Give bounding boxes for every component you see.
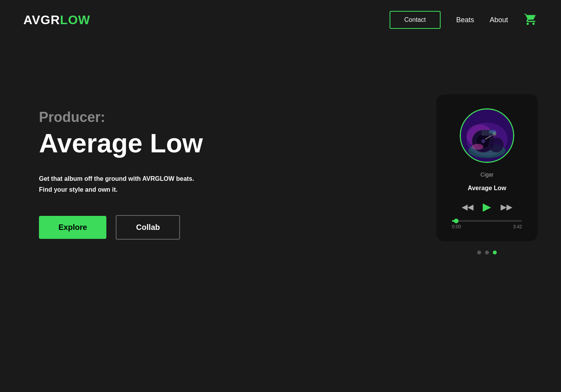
hero-buttons: Explore Collab (39, 215, 203, 240)
hero-label: Producer: (39, 109, 203, 125)
hero-title: Average Low (39, 129, 203, 158)
logo-low: LOW (60, 13, 90, 27)
beats-link[interactable]: Beats (456, 16, 474, 24)
album-art-circle (460, 108, 514, 163)
fastforward-icon: ▶▶ (501, 202, 512, 212)
svg-point-9 (489, 138, 504, 152)
cart-icon (524, 12, 538, 26)
hero-text: Producer: Average Low Get that album off… (39, 109, 203, 240)
about-link[interactable]: About (490, 16, 508, 24)
navbar: AVGRLOW Contact Beats About (0, 0, 561, 40)
dot-2[interactable] (485, 251, 489, 254)
time-current: 0:00 (452, 224, 461, 230)
song-title: Cigar (480, 171, 493, 178)
player-section: Cigar Average Low ◀◀ ▶ ▶▶ (436, 94, 538, 254)
time-total: 3:42 (513, 224, 522, 230)
dot-1[interactable] (477, 251, 481, 254)
dot-3[interactable] (493, 251, 497, 254)
progress-bar-wrap: 0:00 3:42 (452, 220, 522, 230)
progress-bar-fill (452, 220, 456, 222)
contact-button[interactable]: Contact (390, 11, 441, 29)
rewind-icon: ◀◀ (462, 202, 473, 212)
svg-point-14 (472, 144, 483, 150)
time-labels: 0:00 3:42 (452, 224, 522, 230)
progress-bar-track[interactable] (452, 220, 522, 222)
album-art (460, 108, 514, 163)
svg-point-6 (482, 139, 485, 143)
logo[interactable]: AVGRLOW (23, 13, 90, 27)
hero-description: Get that album off the ground with AVRGL… (39, 173, 203, 196)
cart-button[interactable] (524, 12, 538, 28)
hero-section: Producer: Average Low Get that album off… (0, 63, 561, 278)
play-button[interactable]: ▶ (483, 200, 491, 213)
explore-button[interactable]: Explore (39, 216, 106, 239)
svg-point-15 (489, 130, 496, 134)
hero-desc-line1: Get that album off the ground with AVRGL… (39, 173, 203, 185)
player-controls: ◀◀ ▶ ▶▶ (462, 200, 512, 213)
dots-indicator (477, 251, 497, 254)
rewind-button[interactable]: ◀◀ (462, 202, 473, 212)
logo-avgr: AVGR (23, 13, 60, 27)
player-card: Cigar Average Low ◀◀ ▶ ▶▶ (436, 94, 538, 241)
collab-button[interactable]: Collab (116, 215, 180, 240)
progress-knob (454, 219, 459, 223)
hero-desc-line2: Find your style and own it. (39, 184, 203, 196)
nav-links: Contact Beats About (390, 11, 538, 29)
play-icon: ▶ (483, 200, 491, 213)
fastforward-button[interactable]: ▶▶ (501, 202, 512, 212)
album-art-svg (461, 109, 513, 162)
song-artist: Average Low (468, 185, 506, 192)
